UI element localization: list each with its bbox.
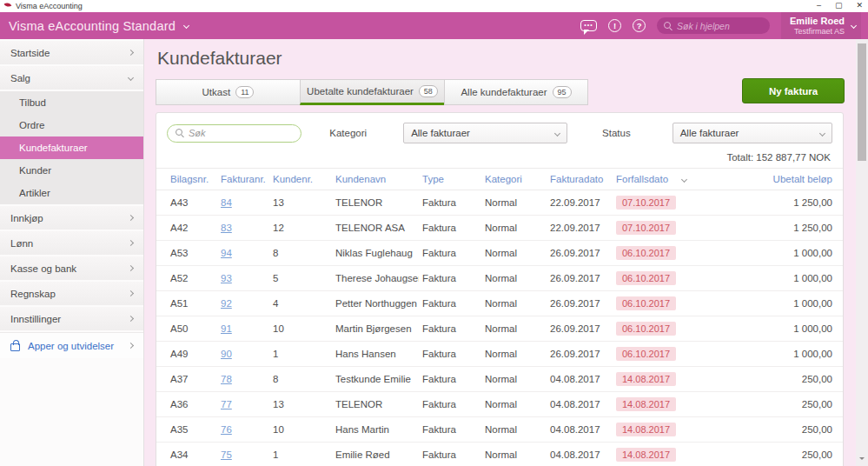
table-row[interactable]: A367713TELENORFakturaNormal04.08.201714.… [156, 392, 844, 417]
column-header-fakturadato[interactable]: Fakturadato [547, 169, 613, 190]
invoice-link[interactable]: 76 [221, 424, 232, 435]
tab-label: Ubetalte kundefakturaer [307, 86, 414, 97]
brand-title: Visma eAccounting Standard [9, 19, 176, 33]
invoice-link[interactable]: 77 [221, 399, 232, 409]
sidebar-item-tilbud[interactable]: Tilbud [0, 91, 143, 114]
table-search[interactable] [167, 124, 301, 143]
cell-kundenr: 4 [273, 298, 278, 309]
cell-fakturadato: 04.08.2017 [550, 374, 600, 384]
invoice-link[interactable]: 78 [221, 374, 232, 384]
invoice-link[interactable]: 83 [221, 223, 232, 233]
sidebar-item-startside[interactable]: Startside [0, 41, 143, 64]
invoice-link[interactable]: 75 [221, 449, 232, 460]
kategori-select[interactable]: Alle fakturaer [403, 123, 567, 143]
invoice-link[interactable]: 92 [221, 298, 232, 309]
tab-alle-kundefakturaer[interactable]: Alle kundefakturaer95 [444, 79, 588, 105]
user-menu[interactable]: Emilie Roed Testfirmaet AS [781, 12, 861, 39]
chevron-down-icon [851, 23, 857, 29]
help-search-input[interactable] [677, 21, 763, 31]
invoice-link[interactable]: 84 [221, 197, 232, 208]
minimize-button[interactable]: – [817, 0, 821, 11]
help-search[interactable] [657, 17, 770, 34]
column-header-type[interactable]: Type [419, 169, 481, 190]
sidebar-item-regnskap[interactable]: Regnskap [0, 282, 143, 305]
cell-bilagsnr: A37 [170, 374, 188, 384]
sidebar-item-apper-og-utvidelser[interactable]: Apper og utvidelser [0, 332, 143, 358]
column-header-bilagsnr[interactable]: Bilagsnr. [156, 169, 217, 190]
help-icon[interactable]: ? [633, 19, 646, 32]
invoice-link[interactable]: 91 [221, 323, 232, 334]
brand-menu[interactable]: Visma eAccounting Standard [9, 19, 189, 33]
scroll-down-icon[interactable] [859, 457, 865, 463]
table-row[interactable]: A428312TELENOR ASAFakturaNormal22.09.201… [156, 216, 844, 241]
due-date-badge: 07.10.2017 [616, 196, 676, 210]
tab-ubetalte-kundefakturaer[interactable]: Ubetalte kundefakturaer58 [300, 79, 444, 105]
sidebar-item-salg[interactable]: Salg [0, 66, 143, 90]
cell-kategori: Normal [485, 424, 517, 435]
table-row[interactable]: A51924Petter NorthuggenFakturaNormal26.0… [156, 291, 844, 316]
column-header-kundenr[interactable]: Kundenr. [269, 169, 332, 190]
tab-bar: Utkast11Ubetalte kundefakturaer58Alle ku… [156, 79, 588, 105]
feedback-icon[interactable]: ••• [580, 20, 597, 31]
invoice-link[interactable]: 90 [221, 349, 232, 359]
sidebar-item-kunder[interactable]: Kunder [0, 159, 143, 182]
sidebar-item-artikler[interactable]: Artikler [0, 182, 143, 204]
tab-label: Utkast [202, 87, 231, 97]
sidebar-item-ordre[interactable]: Ordre [0, 114, 143, 136]
cell-kundenavn: Petter Northuggen [335, 298, 417, 309]
table-search-input[interactable] [189, 128, 293, 138]
cell-kundenr: 13 [273, 197, 284, 208]
table-row[interactable]: A52935Therese JohaugsenFakturaNormal26.0… [156, 266, 844, 291]
cell-kategori: Normal [485, 323, 517, 334]
status-select[interactable]: Alle fakturaer [673, 123, 832, 143]
close-button[interactable]: ✕ [856, 0, 863, 11]
sort-chevron-icon[interactable] [681, 176, 687, 183]
sidebar-item-kasse-og-bank[interactable]: Kasse og bank [0, 256, 143, 280]
column-header-fakturanr[interactable]: Fakturanr. [217, 169, 269, 190]
cell-fakturadato: 26.09.2017 [550, 248, 600, 258]
table-row[interactable]: A357610Hans MartinFakturaNormal04.08.201… [156, 417, 844, 443]
table-row[interactable]: A509110Martin BjørgesenFakturaNormal26.0… [156, 316, 844, 342]
cell-kundenavn: Martin Bjørgesen [335, 323, 412, 334]
cell-kundenavn: TELENOR [335, 399, 382, 409]
table-row[interactable]: A37788Testkunde EmilieFakturaNormal04.08… [156, 367, 844, 392]
invoice-link[interactable]: 94 [221, 248, 232, 258]
sidebar-item-innkj-p[interactable]: Innkjøp [0, 206, 143, 230]
sidebar-item-innstillinger[interactable]: Innstillinger [0, 307, 143, 330]
scrollbar[interactable] [856, 39, 868, 466]
cell-belop: 1 250,00 [793, 197, 832, 208]
table-row[interactable]: A49901Hans HansenFakturaNormal26.09.2017… [156, 342, 844, 367]
invoice-link[interactable]: 93 [221, 273, 232, 283]
window-titlebar: Visma eAccounting – ▢ ✕ [0, 0, 868, 12]
due-date-badge: 06.10.2017 [616, 246, 676, 260]
tab-utkast[interactable]: Utkast11 [156, 79, 300, 105]
cell-kundenr: 12 [273, 223, 284, 233]
cell-type: Faktura [422, 399, 456, 409]
cell-fakturadato: 26.09.2017 [550, 298, 600, 309]
column-header-kundenavn[interactable]: Kundenavn [332, 169, 419, 190]
cell-kundenavn: Hans Hansen [335, 349, 396, 359]
cell-kundenavn: Emilie Røed [335, 449, 390, 460]
column-header-forfallsdato[interactable]: Forfallsdato [613, 169, 712, 190]
new-invoice-button[interactable]: Ny faktura [742, 78, 845, 103]
table-row[interactable]: A34751Emilie RøedFakturaNormal04.08.2017… [156, 443, 844, 466]
cell-bilagsnr: A50 [170, 323, 188, 334]
maximize-button[interactable]: ▢ [835, 0, 843, 11]
column-header-ubetalt-bel-p[interactable]: Ubetalt beløp [712, 169, 844, 190]
sidebar-item-l-nn[interactable]: Lønn [0, 231, 143, 255]
sidebar-item-kundefakturaer[interactable]: Kundefakturaer [0, 136, 143, 159]
alerts-icon[interactable]: ! [608, 19, 621, 32]
due-date-badge: 14.08.2017 [616, 372, 676, 386]
table-row[interactable]: A438413TELENORFakturaNormal22.09.201707.… [156, 190, 844, 216]
column-header-kategori[interactable]: Kategori [481, 169, 547, 190]
cell-belop: 250,00 [802, 374, 832, 384]
cell-kundenr: 8 [273, 374, 278, 384]
cell-kundenr: 8 [273, 248, 278, 258]
cell-kundenavn: Niklas Fuglehaug [335, 248, 413, 258]
cell-bilagsnr: A34 [170, 449, 188, 460]
table-row[interactable]: A53948Niklas FuglehaugFakturaNormal26.09… [156, 241, 844, 266]
scrollbar-thumb[interactable] [858, 43, 866, 161]
visma-logo-icon [3, 2, 12, 10]
cell-bilagsnr: A51 [170, 298, 188, 309]
cell-fakturadato: 04.08.2017 [550, 424, 600, 435]
